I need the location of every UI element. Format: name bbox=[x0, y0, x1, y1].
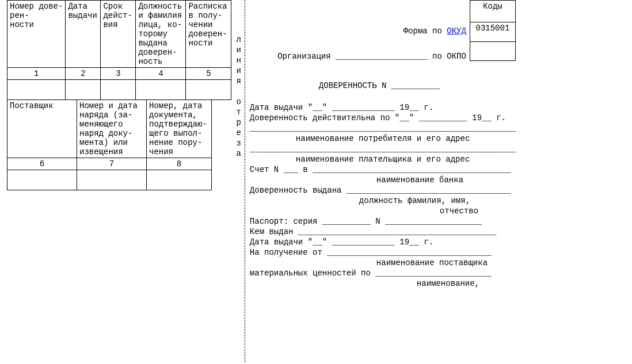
passport: Паспорт: серия __________ N ____________… bbox=[250, 216, 516, 227]
consumer-line: ________________________________________… bbox=[250, 123, 516, 133]
name-sub: наименование, bbox=[250, 278, 516, 289]
t2-n1: 6 bbox=[7, 158, 77, 170]
consumer-sub: наименование потребителя и его адрес bbox=[250, 133, 516, 144]
table-1: Номер дове-рен-ности Датавыдачи Срокдейс… bbox=[7, 0, 231, 100]
materials: материальных ценностей по ______________… bbox=[250, 268, 516, 278]
doc-title: ДОВЕРЕННОСТЬ N bbox=[319, 81, 391, 90]
cut-label: линия отреза bbox=[236, 0, 244, 362]
okpo-label: по ОКПО bbox=[428, 52, 466, 61]
account: Счет N ___ в ___________________________… bbox=[250, 164, 516, 175]
t2-h1: Поставщик bbox=[7, 100, 77, 158]
t1-h3: Срокдейст-вия bbox=[101, 1, 136, 68]
issued-sub2: отчество bbox=[250, 206, 516, 216]
t1-h1: Номер дове-рен-ности bbox=[7, 1, 66, 68]
t1-n5: 5 bbox=[186, 68, 231, 80]
t1-n4: 4 bbox=[136, 68, 186, 80]
t1-h4: Должностьи фамилиялица, ко-торомувыданад… bbox=[136, 1, 186, 68]
t1-n3: 3 bbox=[101, 68, 136, 80]
form-lines: ДОВЕРЕННОСТЬ N __________ Дата выдачи "_… bbox=[250, 63, 516, 289]
t2-h2: Номер и датанаряда (за-меняющегонаряд до… bbox=[77, 100, 147, 158]
form-body: Форма по ОКУД Организация ______________… bbox=[248, 0, 516, 362]
cut-line bbox=[245, 0, 245, 362]
date-issue: Дата выдачи "__" _____________ 19__ г. bbox=[250, 102, 516, 113]
left-stub: Номер дове-рен-ности Датавыдачи Срокдейс… bbox=[7, 0, 231, 362]
issued-to: Доверенность выдана ____________________… bbox=[250, 185, 516, 196]
t1-n2: 2 bbox=[66, 68, 101, 80]
okud-pre: Форма по bbox=[403, 26, 447, 36]
cut-separator: линия отреза bbox=[231, 0, 247, 362]
t1-h5: Распискав полу-чениидоверен-ности bbox=[186, 1, 231, 68]
receive-from: На получение от ________________________… bbox=[250, 247, 516, 258]
table-2: Поставщик Номер и датанаряда (за-меняюще… bbox=[7, 99, 212, 190]
supplier-sub: наименование поставщика bbox=[250, 258, 516, 268]
bank-sub: наименование банка bbox=[250, 175, 516, 185]
kody-corner: Форма по ОКУД Организация ______________… bbox=[250, 0, 516, 61]
t2-h3: Номер, датадокумента,подтверждаю-щего вы… bbox=[147, 100, 212, 158]
org-label: Организация bbox=[277, 52, 336, 61]
t2-n3: 8 bbox=[147, 158, 212, 170]
issue-date2: Дата выдачи "__" _____________ 19__ г. bbox=[250, 237, 516, 247]
issued-sub: должность фамилия, имя, bbox=[250, 196, 516, 206]
okpo-code bbox=[470, 41, 515, 60]
okud-link[interactable]: ОКУД bbox=[447, 26, 466, 36]
kody-header: Коды bbox=[470, 1, 515, 22]
t1-h2: Датавыдачи bbox=[66, 1, 101, 68]
t2-n2: 7 bbox=[77, 158, 147, 170]
issued-by: Кем выдан ______________________________… bbox=[250, 227, 516, 237]
valid-until: Доверенность действительна по "__" _____… bbox=[250, 113, 516, 123]
okud-code: 0315001 bbox=[470, 22, 515, 41]
payer-sub: наименование плательщика и его адрес bbox=[250, 154, 516, 164]
kody-table: Коды 0315001 bbox=[470, 0, 516, 61]
payer-line: ________________________________________… bbox=[250, 144, 516, 154]
t1-n1: 1 bbox=[7, 68, 66, 80]
